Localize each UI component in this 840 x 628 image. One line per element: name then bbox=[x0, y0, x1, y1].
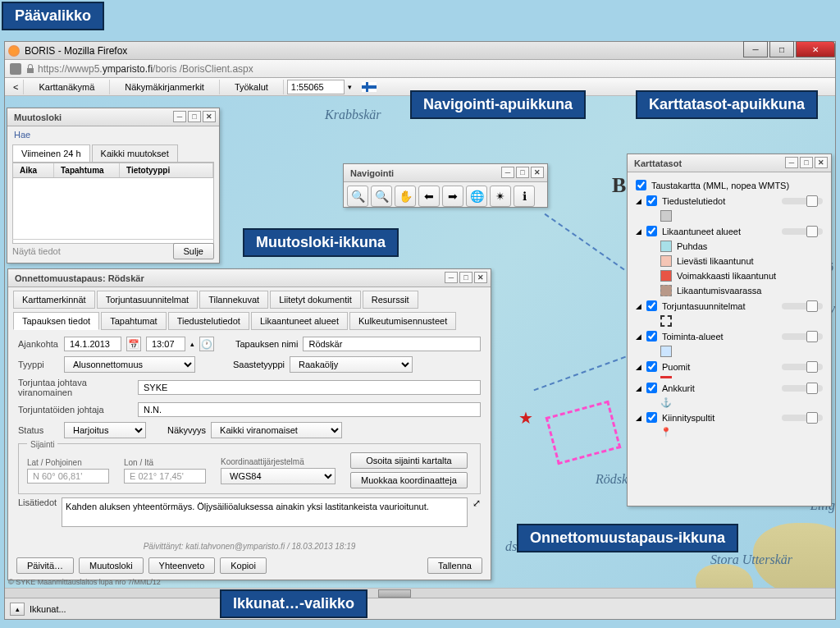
torjuntaa-input[interactable] bbox=[138, 380, 481, 395]
nakyvyys-select[interactable]: Kaikki viranomaiset bbox=[211, 422, 342, 438]
maximize-button[interactable]: □ bbox=[769, 41, 794, 57]
layer-torjuntasuunnitelmat[interactable]: ◢ Torjuntasuunnitelmat bbox=[636, 298, 823, 314]
saastetyyppi-select[interactable]: Raakaöljy bbox=[290, 356, 413, 373]
osoita-sijainti-button[interactable]: Osoita sijainti kartalta bbox=[350, 452, 468, 469]
url-bar[interactable]: https://wwwp5.ymparisto.fi/boris /BorisC… bbox=[5, 60, 835, 78]
lon-input[interactable] bbox=[124, 469, 206, 484]
tab-tapahtumat[interactable]: Tapahtumat bbox=[101, 312, 166, 330]
time-input[interactable] bbox=[146, 337, 185, 351]
tab-kaikki-muutokset[interactable]: Kaikki muutokset bbox=[92, 144, 178, 162]
date-input[interactable] bbox=[64, 337, 121, 351]
layer-checkbox[interactable] bbox=[646, 361, 657, 372]
tab-likaantuneet-alueet[interactable]: Likaantuneet alueet bbox=[251, 312, 348, 330]
muutosloki-button[interactable]: Muutosloki bbox=[79, 557, 144, 574]
layer-puomit[interactable]: ◢ Puomit bbox=[636, 359, 823, 374]
panel-maximize-icon[interactable]: □ bbox=[516, 167, 529, 178]
torjuntajohtaja-input[interactable] bbox=[138, 402, 481, 417]
paivita-button[interactable]: Päivitä… bbox=[16, 557, 74, 574]
menu-back[interactable]: < bbox=[8, 80, 24, 94]
opacity-slider[interactable] bbox=[782, 228, 823, 235]
calendar-icon[interactable]: 📅 bbox=[126, 337, 141, 351]
hae-link[interactable]: Hae bbox=[7, 126, 219, 143]
expand-icon[interactable]: ◢ bbox=[636, 302, 641, 310]
tab-karttamerkinnat[interactable]: Karttamerkinnät bbox=[13, 291, 95, 309]
zoom-out-icon[interactable]: 🔍 bbox=[371, 186, 392, 207]
clock-icon[interactable]: 🕐 bbox=[199, 337, 214, 351]
expand-icon[interactable]: ◢ bbox=[636, 227, 641, 236]
opacity-slider[interactable] bbox=[782, 303, 823, 309]
yhteenveto-button[interactable]: Yhteenveto bbox=[148, 557, 216, 574]
column-aika[interactable]: Aika bbox=[13, 163, 54, 177]
expand-icon[interactable]: ◢ bbox=[636, 414, 641, 422]
muokkaa-koordinaatteja-button[interactable]: Muokkaa koordinaatteja bbox=[350, 472, 468, 488]
tab-tapauksen-tiedot[interactable]: Tapauksen tiedot bbox=[13, 312, 99, 330]
opacity-slider[interactable] bbox=[782, 415, 823, 421]
layer-checkbox[interactable] bbox=[646, 300, 657, 311]
tyyppi-select[interactable]: Alusonnettomuus bbox=[64, 356, 195, 373]
scale-dropdown-icon[interactable]: ▾ bbox=[345, 83, 355, 91]
tab-torjuntasuunnitelmat[interactable]: Torjuntasuunnitelmat bbox=[97, 291, 199, 309]
expand-icon[interactable]: ◢ bbox=[636, 332, 641, 341]
opacity-slider[interactable] bbox=[782, 385, 823, 392]
compass-icon[interactable]: ✴ bbox=[490, 186, 511, 207]
panel-close-icon[interactable]: ✕ bbox=[815, 157, 828, 168]
panel-close-icon[interactable]: ✕ bbox=[474, 272, 487, 283]
layer-kiinnityspultit[interactable]: ◢ Kiinnityspultit bbox=[636, 410, 823, 425]
panel-minimize-icon[interactable]: ─ bbox=[785, 157, 798, 168]
panel-close-icon[interactable]: ✕ bbox=[203, 111, 216, 122]
layer-ankkurit[interactable]: ◢ Ankkurit bbox=[636, 380, 823, 396]
tab-tiedustelutiedot[interactable]: Tiedustelutiedot bbox=[168, 312, 249, 330]
panel-close-icon[interactable]: ✕ bbox=[531, 167, 544, 178]
layer-tiedustelutiedot[interactable]: ◢ Tiedustelutiedot bbox=[636, 193, 823, 209]
menu-tyokalut[interactable]: Työkalut bbox=[220, 80, 284, 94]
menu-nakymakirjanmerkit[interactable]: Näkymäkirjanmerkit bbox=[110, 80, 220, 94]
nav-forward-icon[interactable]: ➡ bbox=[442, 186, 463, 207]
kopioi-button[interactable]: Kopioi bbox=[220, 557, 267, 574]
opacity-slider[interactable] bbox=[782, 364, 823, 370]
layer-checkbox[interactable] bbox=[646, 226, 657, 236]
opacity-slider[interactable] bbox=[782, 198, 823, 204]
panel-maximize-icon[interactable]: □ bbox=[188, 111, 201, 122]
map-polygon[interactable] bbox=[546, 401, 622, 465]
tab-kulkeutumisennusteet[interactable]: Kulkeutumisennusteet bbox=[349, 312, 456, 330]
layer-checkbox[interactable] bbox=[646, 331, 657, 342]
lat-input[interactable] bbox=[27, 469, 109, 484]
tab-tilannekuvat[interactable]: Tilannekuvat bbox=[199, 291, 268, 309]
flag-finland-icon[interactable] bbox=[362, 82, 377, 92]
layer-likaantuneet[interactable]: ◢ Likaantuneet alueet bbox=[636, 223, 823, 239]
panel-maximize-icon[interactable]: □ bbox=[800, 157, 813, 168]
expand-icon[interactable]: ◢ bbox=[636, 363, 641, 371]
opacity-slider[interactable] bbox=[782, 333, 823, 340]
tab-liitetyt-dokumentit[interactable]: Liitetyt dokumentit bbox=[270, 291, 361, 309]
status-select[interactable]: Harjoitus bbox=[64, 422, 146, 438]
layer-taustakartta[interactable]: Taustakartta (MML, nopea WMTS) bbox=[636, 177, 823, 193]
layer-checkbox[interactable] bbox=[636, 180, 646, 190]
tab-viimeinen24h[interactable]: Viimeinen 24 h bbox=[12, 144, 90, 162]
info-icon[interactable]: ℹ bbox=[514, 186, 535, 207]
layer-checkbox[interactable] bbox=[646, 412, 657, 423]
scrollbar-thumb[interactable] bbox=[378, 589, 411, 598]
menu-karttanakyma[interactable]: Karttanäkymä bbox=[24, 80, 110, 94]
horizontal-scrollbar[interactable] bbox=[5, 588, 835, 598]
panel-minimize-icon[interactable]: ─ bbox=[445, 272, 458, 283]
sulje-button[interactable]: Sulje bbox=[173, 243, 214, 259]
lisatiedot-textarea[interactable] bbox=[62, 497, 468, 527]
pan-icon[interactable]: ✋ bbox=[395, 186, 416, 207]
koordinaatti-select[interactable]: WGS84 bbox=[221, 468, 336, 484]
ikkunat-menu[interactable]: Ikkunat... bbox=[30, 604, 66, 614]
panel-minimize-icon[interactable]: ─ bbox=[501, 167, 514, 178]
layer-toiminta-alueet[interactable]: ◢ Toiminta-alueet bbox=[636, 328, 823, 344]
tab-resurssit[interactable]: Resurssit bbox=[363, 291, 418, 309]
minimize-button[interactable]: ─ bbox=[743, 41, 768, 57]
panel-maximize-icon[interactable]: □ bbox=[459, 272, 472, 283]
globe-icon[interactable]: 🌐 bbox=[466, 186, 487, 207]
tapauksen-nimi-input[interactable] bbox=[303, 337, 481, 351]
layer-checkbox[interactable] bbox=[646, 195, 657, 206]
statusbar-up-icon[interactable]: ▴ bbox=[10, 603, 25, 616]
tallenna-button[interactable]: Tallenna bbox=[427, 557, 482, 574]
close-button[interactable]: ✕ bbox=[796, 41, 835, 57]
expand-icon[interactable]: ◢ bbox=[636, 197, 641, 205]
column-tietotyyppi[interactable]: Tietotyyppi bbox=[120, 163, 213, 177]
expand-icon[interactable]: ◢ bbox=[636, 384, 641, 392]
layer-checkbox[interactable] bbox=[646, 383, 657, 393]
